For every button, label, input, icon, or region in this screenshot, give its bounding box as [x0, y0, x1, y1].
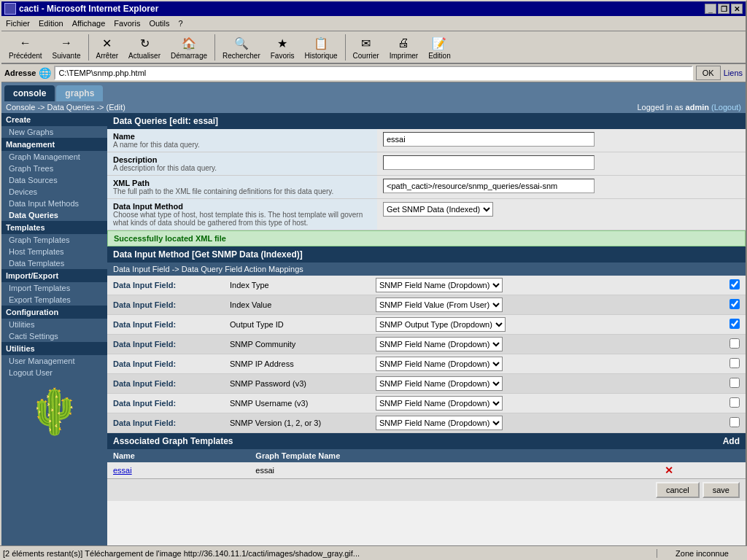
mapping-select-cell-2: SNMP Output Type (Dropdown) — [370, 315, 724, 335]
address-bar: Adresse 🌐 OK Liens — [1, 64, 746, 82]
save-button[interactable]: save — [703, 482, 740, 498]
go-button[interactable]: OK — [696, 66, 721, 80]
history-button[interactable]: 📋 Historique — [301, 33, 342, 61]
sidebar-item-host-templates[interactable]: Host Templates — [1, 246, 107, 257]
dim-select[interactable]: Get SNMP Data (Indexed) — [383, 202, 493, 217]
window-controls[interactable]: _ ❐ ✕ — [705, 4, 743, 14]
sidebar-item-devices[interactable]: Devices — [1, 186, 107, 198]
back-button[interactable]: ← Précédent — [4, 33, 47, 61]
sidebar-item-graph-management[interactable]: Graph Management — [1, 151, 107, 163]
edit-toolbar-button[interactable]: 📝 Edition — [424, 33, 455, 61]
app-icon — [4, 3, 16, 15]
favorites-icon: ★ — [274, 34, 291, 52]
sidebar-item-import-templates[interactable]: Import Templates — [1, 282, 107, 294]
mapping-checkbox-4[interactable] — [729, 358, 740, 368]
sidebar: Create New Graphs Management Graph Manag… — [1, 113, 107, 560]
mapping-select-0[interactable]: SNMP Field Name (Dropdown) — [376, 278, 503, 292]
menu-favoris[interactable]: Favoris — [109, 18, 144, 29]
sidebar-item-data-input-methods[interactable]: Data Input Methods — [1, 198, 107, 209]
tab-console[interactable]: console — [4, 85, 55, 101]
mapping-row: Data Input Field: Index Type SNMP Field … — [107, 276, 746, 295]
sidebar-item-new-graphs[interactable]: New Graphs — [1, 126, 107, 138]
sidebar-item-export-templates[interactable]: Export Templates — [1, 294, 107, 306]
minimize-button[interactable]: _ — [705, 4, 716, 14]
agt-delete-button[interactable]: ✕ — [665, 464, 673, 476]
breadcrumb-bar: Console -> Data Queries -> (Edit) Logged… — [1, 101, 746, 113]
success-message: Successfully located XML file — [107, 230, 746, 246]
mapping-cb-1 — [724, 295, 746, 315]
mapping-checkbox-1[interactable] — [729, 299, 740, 309]
dim-label: Data Input Method — [113, 202, 371, 211]
mapping-select-cell-3: SNMP Field Name (Dropdown) — [370, 335, 724, 354]
address-input[interactable] — [54, 66, 692, 80]
mapping-select-3[interactable]: SNMP Field Name (Dropdown) — [376, 337, 503, 351]
sidebar-item-data-templates[interactable]: Data Templates — [1, 257, 107, 269]
menu-help[interactable]: ? — [174, 18, 187, 29]
xml-path-value-cell — [377, 176, 746, 199]
print-button[interactable]: 🖨 Imprimer — [385, 33, 422, 61]
mapping-select-6[interactable]: SNMP Field Name (Dropdown) — [376, 396, 503, 411]
cancel-button[interactable]: cancel — [656, 482, 700, 498]
restore-button[interactable]: ❐ — [718, 4, 729, 14]
mapping-field-0: Index Type — [224, 276, 370, 295]
sidebar-section-utilities: Utilities — [1, 342, 107, 355]
sidebar-item-graph-trees[interactable]: Graph Trees — [1, 163, 107, 174]
agt-col-graph-template: Graph Template Name — [249, 449, 659, 462]
dim-subheader: Data Input Field -> Data Query Field Act… — [107, 262, 746, 276]
refresh-button[interactable]: ↻ Actualiser — [124, 33, 165, 61]
sidebar-item-cacti-settings[interactable]: Cacti Settings — [1, 330, 107, 342]
close-button[interactable]: ✕ — [731, 4, 743, 14]
mail-button[interactable]: ✉ Courrier — [349, 33, 384, 61]
toolbar-sep-3 — [345, 34, 346, 61]
address-label: Adresse — [4, 69, 36, 77]
favorites-button[interactable]: ★ Favoris — [266, 33, 299, 61]
forward-button[interactable]: → Suivante — [48, 33, 85, 61]
xml-path-input[interactable] — [383, 179, 595, 193]
mapping-checkbox-3[interactable] — [729, 338, 740, 349]
sidebar-item-graph-templates[interactable]: Graph Templates — [1, 234, 107, 246]
sidebar-section-import-export: Import/Export — [1, 269, 107, 282]
data-queries-header: Data Queries [edit: essai] — [107, 113, 746, 129]
mapping-checkbox-7[interactable] — [729, 417, 740, 427]
description-input[interactable] — [383, 155, 595, 170]
breadcrumb-data-queries[interactable]: Data Queries — [47, 103, 95, 112]
content-inner: Data Queries [edit: essai] Name A name f… — [107, 113, 746, 501]
logout-link[interactable]: (Logout) — [711, 103, 741, 112]
mapping-select-cell-1: SNMP Field Value (From User) — [370, 295, 724, 315]
sidebar-item-logout-user[interactable]: Logout User — [1, 367, 107, 378]
mapping-select-2[interactable]: SNMP Output Type (Dropdown) — [376, 317, 506, 332]
sidebar-item-data-queries[interactable]: Data Queries — [1, 209, 107, 221]
mapping-select-5[interactable]: SNMP Field Name (Dropdown) — [376, 376, 503, 391]
sidebar-item-utilities[interactable]: Utilities — [1, 319, 107, 330]
sidebar-item-user-management[interactable]: User Management — [1, 355, 107, 367]
agt-name-link[interactable]: essai — [113, 466, 132, 475]
mapping-checkbox-5[interactable] — [729, 378, 740, 388]
name-input[interactable] — [383, 132, 595, 147]
mapping-checkbox-2[interactable] — [729, 319, 740, 329]
dim-section-header: Data Input Method [Get SNMP Data (Indexe… — [107, 246, 746, 262]
links-label[interactable]: Liens — [724, 69, 743, 77]
menu-fichier[interactable]: Fichier — [1, 18, 34, 29]
sidebar-item-data-sources[interactable]: Data Sources — [1, 174, 107, 186]
menu-outils[interactable]: Outils — [144, 18, 174, 29]
xml-path-label-cell: XML Path The full path to the XML file c… — [107, 176, 377, 199]
breadcrumb: Console -> Data Queries -> (Edit) — [6, 103, 125, 112]
mapping-cb-6 — [724, 394, 746, 413]
sidebar-section-management: Management — [1, 138, 107, 151]
mapping-select-7[interactable]: SNMP Field Name (Dropdown) — [376, 416, 503, 430]
agt-col-action — [659, 449, 746, 462]
mapping-select-1[interactable]: SNMP Field Value (From User) — [376, 298, 503, 312]
status-left: [2 éléments restant(s)] Téléchargement d… — [3, 549, 657, 558]
home-button[interactable]: 🏠 Démarrage — [166, 33, 212, 61]
mapping-checkbox-0[interactable] — [729, 279, 740, 289]
menu-edition[interactable]: Edition — [34, 18, 68, 29]
menu-affichage[interactable]: Affichage — [68, 18, 110, 29]
breadcrumb-console[interactable]: Console — [6, 103, 35, 112]
tab-graphs[interactable]: graphs — [56, 85, 103, 101]
refresh-icon: ↻ — [136, 34, 153, 52]
agt-add-button[interactable]: Add — [723, 436, 740, 446]
mapping-checkbox-6[interactable] — [729, 397, 740, 408]
search-button[interactable]: 🔍 Rechercher — [218, 33, 265, 61]
stop-button[interactable]: ✕ Arrêter — [92, 33, 123, 61]
mapping-select-4[interactable]: SNMP Field Name (Dropdown) — [376, 357, 503, 371]
